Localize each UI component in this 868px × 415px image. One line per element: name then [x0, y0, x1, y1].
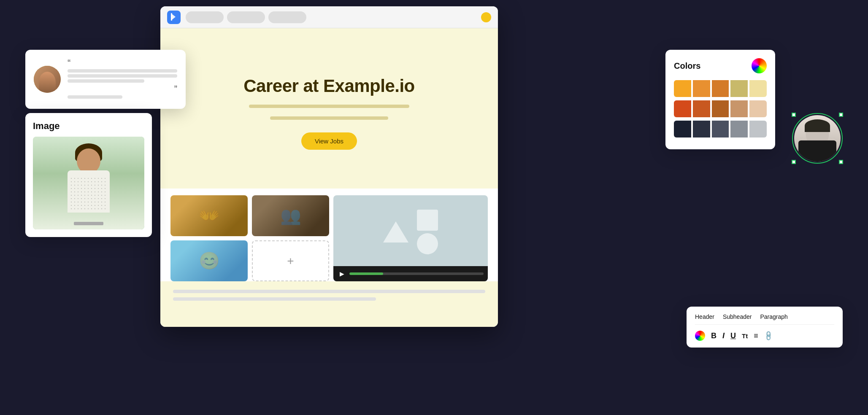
tab-subheader[interactable]: Subheader: [723, 313, 752, 320]
quote-line-2: [68, 74, 177, 78]
image-meeting: 👥: [252, 195, 329, 236]
color-row-1: [674, 80, 767, 97]
shape-triangle: [383, 221, 408, 243]
hero-section: Career at Example.io View Jobs: [160, 28, 498, 189]
open-quote-mark: “: [68, 58, 177, 67]
video-controls: ▶: [333, 266, 488, 281]
hero-subtitle-line-1: [249, 105, 409, 108]
swatch-red-2[interactable]: [693, 100, 710, 117]
browser-tabs: [186, 11, 306, 23]
tab-paragraph[interactable]: Paragraph: [760, 313, 787, 320]
swatch-orange-1[interactable]: [674, 80, 691, 97]
swatch-gray-3[interactable]: [749, 121, 767, 137]
image-card-photo: [33, 137, 144, 229]
svg-rect-0: [171, 13, 172, 21]
quote-card: “ ”: [25, 50, 186, 109]
image-card: Image: [25, 113, 152, 237]
text-toolbar-tools: B I U Tt ≡ 🔗: [695, 331, 834, 341]
shape-circle: [417, 233, 438, 254]
italic-button[interactable]: I: [722, 331, 725, 340]
swatch-dark-1[interactable]: [674, 121, 691, 137]
color-row-3: [674, 121, 767, 137]
swatch-orange-2[interactable]: [693, 80, 710, 97]
swatch-red-3[interactable]: [712, 100, 729, 117]
quote-line-3: [68, 79, 144, 83]
play-button[interactable]: ▶: [338, 269, 346, 278]
bottom-line-2: [173, 297, 376, 301]
swatch-yellow-1[interactable]: [730, 80, 748, 97]
colors-panel-title: Colors: [674, 61, 700, 71]
tab-header[interactable]: Header: [695, 313, 714, 320]
swatch-skin-2[interactable]: [749, 100, 767, 117]
bottom-lines-section: [160, 281, 498, 309]
browser-logo-icon: [167, 11, 181, 24]
font-size-button[interactable]: Tt: [742, 332, 748, 340]
text-toolbar-tabs: Header Subheader Paragraph: [695, 313, 834, 325]
image-card-title: Image: [33, 121, 144, 132]
text-formatting-toolbar: Header Subheader Paragraph B I U Tt ≡ 🔗: [687, 307, 843, 348]
color-row-2: [674, 100, 767, 117]
quote-line-1: [68, 69, 177, 73]
image-smiling-man: 😊: [170, 240, 248, 281]
image-hands: 👐: [170, 195, 248, 236]
browser-toolbar: [160, 6, 498, 28]
bottom-line-1: [173, 290, 485, 293]
browser-tab-2[interactable]: [227, 11, 265, 23]
avatar-selection-container[interactable]: [792, 113, 843, 164]
bold-button[interactable]: B: [711, 331, 717, 340]
quote-line-4: [68, 95, 122, 99]
hero-title: Career at Example.io: [243, 76, 415, 96]
close-quote-mark: ”: [68, 84, 177, 94]
video-placeholder: ▶: [333, 195, 488, 281]
swatch-yellow-2[interactable]: [749, 80, 767, 97]
add-image-button[interactable]: +: [252, 240, 329, 281]
underline-button[interactable]: U: [730, 331, 736, 340]
browser-indicator: [481, 12, 491, 22]
browser-tab-1[interactable]: [186, 11, 224, 23]
colors-panel: Colors: [665, 50, 775, 149]
color-wheel-icon[interactable]: [752, 58, 767, 73]
browser-content: Career at Example.io View Jobs 👐 😊 👥: [160, 28, 498, 327]
browser-window: Career at Example.io View Jobs 👐 😊 👥: [160, 6, 498, 327]
text-color-picker[interactable]: [695, 331, 705, 341]
link-button: 🔗: [763, 330, 774, 342]
align-button[interactable]: ≡: [754, 331, 758, 340]
swatch-orange-3[interactable]: [712, 80, 729, 97]
hero-subtitle-line-2: [270, 116, 388, 120]
quote-avatar: [34, 66, 61, 93]
swatch-gray-1[interactable]: [712, 121, 729, 137]
video-progress-bar[interactable]: [349, 272, 484, 275]
view-jobs-button[interactable]: View Jobs: [301, 132, 357, 150]
video-progress-fill: [349, 272, 383, 275]
swatch-red-1[interactable]: [674, 100, 691, 117]
quote-content: “ ”: [68, 58, 177, 100]
colors-panel-header: Colors: [674, 58, 767, 73]
browser-tab-3[interactable]: [268, 11, 306, 23]
swatch-dark-2[interactable]: [693, 121, 710, 137]
shape-square: [417, 210, 438, 231]
swatch-skin-1[interactable]: [730, 100, 748, 117]
swatch-gray-2[interactable]: [730, 121, 748, 137]
